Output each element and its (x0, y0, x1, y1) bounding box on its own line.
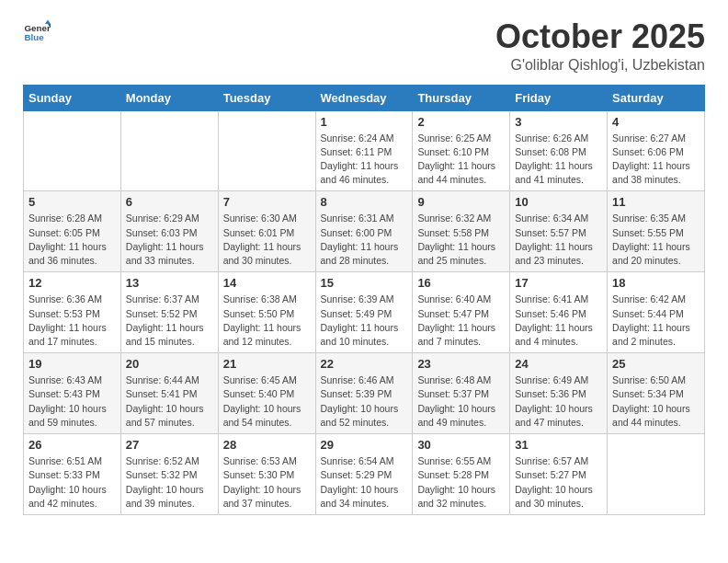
day-info: Sunrise: 6:38 AM Sunset: 5:50 PM Dayligh… (223, 293, 311, 349)
calendar-cell: 21Sunrise: 6:45 AM Sunset: 5:40 PM Dayli… (218, 353, 315, 434)
week-row-1: 1Sunrise: 6:24 AM Sunset: 6:11 PM Daylig… (24, 110, 705, 191)
calendar-cell: 13Sunrise: 6:37 AM Sunset: 5:52 PM Dayli… (120, 272, 218, 353)
week-row-2: 5Sunrise: 6:28 AM Sunset: 6:05 PM Daylig… (24, 191, 705, 272)
day-number: 30 (417, 438, 505, 452)
weekday-header-saturday: Saturday (608, 85, 705, 110)
day-number: 18 (612, 276, 700, 290)
day-number: 20 (126, 357, 213, 371)
calendar-cell (120, 110, 218, 191)
calendar-cell: 2Sunrise: 6:25 AM Sunset: 6:10 PM Daylig… (413, 110, 510, 191)
calendar-cell: 25Sunrise: 6:50 AM Sunset: 5:34 PM Dayli… (608, 353, 705, 434)
day-number: 29 (321, 438, 408, 452)
day-info: Sunrise: 6:46 AM Sunset: 5:39 PM Dayligh… (321, 373, 408, 430)
day-number: 3 (515, 115, 602, 129)
calendar-cell: 6Sunrise: 6:29 AM Sunset: 6:03 PM Daylig… (120, 191, 218, 272)
calendar-cell: 1Sunrise: 6:24 AM Sunset: 6:11 PM Daylig… (315, 110, 413, 191)
calendar-cell: 22Sunrise: 6:46 AM Sunset: 5:39 PM Dayli… (315, 353, 413, 434)
day-info: Sunrise: 6:40 AM Sunset: 5:47 PM Dayligh… (417, 293, 505, 349)
calendar-cell: 26Sunrise: 6:51 AM Sunset: 5:33 PM Dayli… (24, 434, 121, 515)
calendar-cell: 28Sunrise: 6:53 AM Sunset: 5:30 PM Dayli… (218, 434, 315, 515)
calendar-cell: 8Sunrise: 6:31 AM Sunset: 6:00 PM Daylig… (315, 191, 413, 272)
day-number: 21 (223, 357, 311, 371)
day-info: Sunrise: 6:48 AM Sunset: 5:37 PM Dayligh… (417, 373, 505, 430)
calendar-cell (24, 110, 121, 191)
day-number: 17 (515, 276, 602, 290)
svg-marker-2 (45, 20, 51, 25)
logo-icon: General Blue (23, 18, 51, 46)
calendar-cell: 16Sunrise: 6:40 AM Sunset: 5:47 PM Dayli… (413, 272, 510, 353)
calendar-cell: 10Sunrise: 6:34 AM Sunset: 5:57 PM Dayli… (510, 191, 608, 272)
day-info: Sunrise: 6:34 AM Sunset: 5:57 PM Dayligh… (515, 212, 602, 268)
day-info: Sunrise: 6:37 AM Sunset: 5:52 PM Dayligh… (126, 293, 213, 349)
calendar-cell: 12Sunrise: 6:36 AM Sunset: 5:53 PM Dayli… (24, 272, 121, 353)
day-info: Sunrise: 6:43 AM Sunset: 5:43 PM Dayligh… (28, 373, 116, 430)
calendar-cell: 20Sunrise: 6:44 AM Sunset: 5:41 PM Dayli… (120, 353, 218, 434)
week-row-5: 26Sunrise: 6:51 AM Sunset: 5:33 PM Dayli… (24, 434, 705, 515)
day-number: 19 (28, 357, 116, 371)
day-number: 28 (223, 438, 311, 452)
day-info: Sunrise: 6:51 AM Sunset: 5:33 PM Dayligh… (28, 454, 116, 511)
location-title: G'oliblar Qishlog'i, Uzbekistan (495, 57, 705, 74)
day-info: Sunrise: 6:35 AM Sunset: 5:55 PM Dayligh… (612, 212, 700, 268)
day-number: 31 (515, 438, 602, 452)
day-number: 15 (321, 276, 408, 290)
weekday-header-tuesday: Tuesday (218, 85, 315, 110)
calendar-cell: 3Sunrise: 6:26 AM Sunset: 6:08 PM Daylig… (510, 110, 608, 191)
day-info: Sunrise: 6:36 AM Sunset: 5:53 PM Dayligh… (28, 293, 116, 349)
calendar-cell: 18Sunrise: 6:42 AM Sunset: 5:44 PM Dayli… (608, 272, 705, 353)
day-info: Sunrise: 6:41 AM Sunset: 5:46 PM Dayligh… (515, 293, 602, 349)
day-info: Sunrise: 6:54 AM Sunset: 5:29 PM Dayligh… (321, 454, 408, 511)
calendar-cell: 4Sunrise: 6:27 AM Sunset: 6:06 PM Daylig… (608, 110, 705, 191)
day-info: Sunrise: 6:44 AM Sunset: 5:41 PM Dayligh… (126, 373, 213, 430)
month-title: October 2025 (495, 18, 705, 55)
week-row-4: 19Sunrise: 6:43 AM Sunset: 5:43 PM Dayli… (24, 353, 705, 434)
day-info: Sunrise: 6:53 AM Sunset: 5:30 PM Dayligh… (223, 454, 311, 511)
day-info: Sunrise: 6:29 AM Sunset: 6:03 PM Dayligh… (126, 212, 213, 268)
calendar-cell (608, 434, 705, 515)
weekday-header-wednesday: Wednesday (315, 85, 413, 110)
calendar-table: SundayMondayTuesdayWednesdayThursdayFrid… (23, 85, 705, 515)
day-number: 16 (417, 276, 505, 290)
day-number: 23 (417, 357, 505, 371)
day-info: Sunrise: 6:27 AM Sunset: 6:06 PM Dayligh… (612, 132, 700, 188)
day-info: Sunrise: 6:42 AM Sunset: 5:44 PM Dayligh… (612, 293, 700, 349)
day-info: Sunrise: 6:57 AM Sunset: 5:27 PM Dayligh… (515, 454, 602, 511)
day-info: Sunrise: 6:39 AM Sunset: 5:49 PM Dayligh… (321, 293, 408, 349)
logo: General Blue (23, 18, 51, 46)
day-number: 14 (223, 276, 311, 290)
day-number: 26 (28, 438, 116, 452)
day-info: Sunrise: 6:50 AM Sunset: 5:34 PM Dayligh… (612, 373, 700, 430)
day-number: 9 (417, 195, 505, 209)
calendar-cell: 31Sunrise: 6:57 AM Sunset: 5:27 PM Dayli… (510, 434, 608, 515)
svg-text:General: General (25, 23, 51, 33)
calendar-cell: 5Sunrise: 6:28 AM Sunset: 6:05 PM Daylig… (24, 191, 121, 272)
day-number: 11 (612, 195, 700, 209)
calendar-cell: 23Sunrise: 6:48 AM Sunset: 5:37 PM Dayli… (413, 353, 510, 434)
day-number: 4 (612, 115, 700, 129)
title-section: October 2025 G'oliblar Qishlog'i, Uzbeki… (495, 18, 705, 74)
day-info: Sunrise: 6:49 AM Sunset: 5:36 PM Dayligh… (515, 373, 602, 430)
day-info: Sunrise: 6:52 AM Sunset: 5:32 PM Dayligh… (126, 454, 213, 511)
calendar-cell: 15Sunrise: 6:39 AM Sunset: 5:49 PM Dayli… (315, 272, 413, 353)
calendar-cell: 27Sunrise: 6:52 AM Sunset: 5:32 PM Dayli… (120, 434, 218, 515)
day-info: Sunrise: 6:30 AM Sunset: 6:01 PM Dayligh… (223, 212, 311, 268)
day-number: 22 (321, 357, 408, 371)
calendar-cell: 19Sunrise: 6:43 AM Sunset: 5:43 PM Dayli… (24, 353, 121, 434)
day-number: 25 (612, 357, 700, 371)
page-header: General Blue October 2025 G'oliblar Qish… (23, 18, 705, 74)
weekday-header-thursday: Thursday (413, 85, 510, 110)
calendar-cell: 11Sunrise: 6:35 AM Sunset: 5:55 PM Dayli… (608, 191, 705, 272)
day-info: Sunrise: 6:24 AM Sunset: 6:11 PM Dayligh… (321, 132, 408, 188)
week-row-3: 12Sunrise: 6:36 AM Sunset: 5:53 PM Dayli… (24, 272, 705, 353)
calendar-cell: 30Sunrise: 6:55 AM Sunset: 5:28 PM Dayli… (413, 434, 510, 515)
day-number: 27 (126, 438, 213, 452)
day-info: Sunrise: 6:31 AM Sunset: 6:00 PM Dayligh… (321, 212, 408, 268)
weekday-header-row: SundayMondayTuesdayWednesdayThursdayFrid… (24, 85, 705, 110)
calendar-cell: 7Sunrise: 6:30 AM Sunset: 6:01 PM Daylig… (218, 191, 315, 272)
day-number: 7 (223, 195, 311, 209)
day-info: Sunrise: 6:45 AM Sunset: 5:40 PM Dayligh… (223, 373, 311, 430)
calendar-cell: 29Sunrise: 6:54 AM Sunset: 5:29 PM Dayli… (315, 434, 413, 515)
day-number: 13 (126, 276, 213, 290)
day-number: 6 (126, 195, 213, 209)
day-info: Sunrise: 6:28 AM Sunset: 6:05 PM Dayligh… (28, 212, 116, 268)
